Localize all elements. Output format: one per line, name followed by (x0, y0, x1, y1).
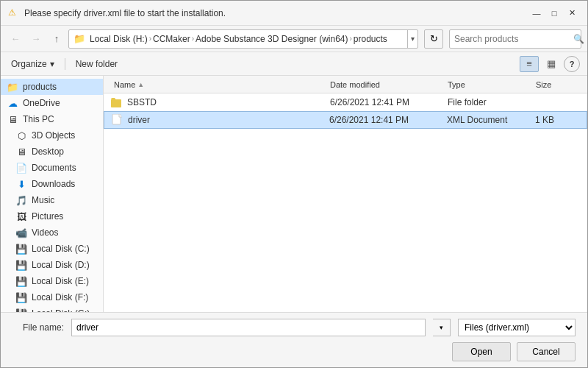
maximize-button[interactable]: □ (546, 5, 562, 21)
back-button[interactable]: ← (7, 30, 24, 48)
toolbar-divider (65, 58, 65, 70)
sidebar-item-label: Local Disk (F:) (32, 292, 88, 302)
toolbar: Organize ▾ New folder ≡ ▦ ? (1, 52, 587, 76)
sidebar-item-local-d[interactable]: 💾 Local Disk (D:) (1, 257, 103, 273)
folder-icon: 📁 (69, 33, 90, 44)
drive-icon: 💾 (15, 259, 27, 271)
desktop-icon: 🖥 (15, 146, 27, 158)
file-cell-name: driver (112, 114, 329, 126)
column-name[interactable]: Name ▲ (111, 80, 330, 89)
folder-icon: 📁 (7, 81, 18, 93)
sidebar-item-label: OneDrive (23, 98, 60, 108)
sidebar-item-downloads[interactable]: ⬇ Downloads (1, 176, 103, 192)
address-bar[interactable]: 📁 Local Disk (H:) › CCMaker › Adobe Subs… (68, 29, 418, 49)
xml-icon (112, 114, 123, 126)
sidebar-item-videos[interactable]: 📹 Videos (1, 224, 103, 241)
up-button[interactable]: ↑ (48, 30, 65, 48)
title-bar: ⚠ Please specify driver.xml file to star… (1, 1, 587, 26)
sidebar-item-label: Desktop (32, 146, 64, 157)
music-icon: 🎵 (15, 194, 27, 206)
sidebar-item-label: 3D Objects (32, 130, 75, 141)
new-folder-button[interactable]: New folder (73, 57, 121, 71)
file-row[interactable]: driver 6/26/2021 12:41 PM XML Document 1… (104, 111, 587, 129)
title-text: Please specify driver.xml file to start … (24, 8, 226, 18)
file-list: SBSTD 6/26/2021 12:41 PM File folder (104, 93, 587, 312)
file-cell-date: 6/26/2021 12:41 PM (330, 97, 448, 107)
column-date[interactable]: Date modified (330, 80, 448, 89)
videos-icon: 📹 (15, 227, 27, 238)
sidebar-item-local-g[interactable]: 💾 Local Disk (G:) (1, 305, 103, 312)
cancel-button[interactable]: Cancel (517, 342, 576, 361)
drive-icon: 💾 (15, 291, 27, 303)
address-chevron[interactable]: ▾ (407, 30, 417, 48)
drive-icon: 💾 (15, 275, 27, 287)
sidebar-item-label: Local Disk (D:) (32, 260, 90, 270)
path-products: › products (348, 34, 387, 44)
path-sep1: › CCMaker (148, 34, 190, 44)
sidebar-item-music[interactable]: 🎵 Music (1, 192, 103, 208)
address-path: Local Disk (H:) › CCMaker › Adobe Substa… (90, 34, 407, 44)
open-button[interactable]: Open (452, 342, 511, 361)
sidebar-item-desktop[interactable]: 🖥 Desktop (1, 144, 103, 160)
organize-button[interactable]: Organize ▾ (8, 57, 57, 71)
sidebar-item-local-f[interactable]: 💾 Local Disk (F:) (1, 289, 103, 305)
sidebar-item-label: Local Disk (C:) (32, 244, 90, 254)
sidebar-item-documents[interactable]: 📄 Documents (1, 160, 103, 176)
file-cell-type: XML Document (447, 115, 535, 125)
new-folder-label: New folder (76, 59, 118, 69)
sidebar-item-pictures[interactable]: 🖼 Pictures (1, 208, 103, 224)
file-cell-name: SBSTD (111, 96, 330, 108)
documents-icon: 📄 (15, 162, 27, 174)
file-row[interactable]: SBSTD 6/26/2021 12:41 PM File folder (104, 93, 587, 111)
file-open-dialog: ⚠ Please specify driver.xml file to star… (0, 0, 588, 368)
sidebar: 📁 products ☁ OneDrive 🖥 This PC ⬡ 3D Obj… (1, 76, 104, 312)
bottom-bar: File name: ▾ Files (driver.xml) Open Can… (1, 312, 587, 367)
filetype-select[interactable]: Files (driver.xml) (458, 319, 576, 336)
file-list-container: Name ▲ Date modified Type Size (104, 76, 587, 312)
file-cell-date: 6/26/2021 12:41 PM (329, 115, 447, 125)
sidebar-item-this-pc[interactable]: 🖥 This PC (1, 111, 103, 127)
sidebar-item-products[interactable]: 📁 products (1, 79, 103, 95)
view-tiles-button[interactable]: ▦ (542, 56, 561, 72)
filename-input[interactable] (71, 319, 426, 336)
window-controls: — □ ✕ (528, 5, 580, 21)
sidebar-item-local-c[interactable]: 💾 Local Disk (C:) (1, 241, 103, 257)
sidebar-item-label: This PC (23, 114, 54, 124)
file-list-header: Name ▲ Date modified Type Size (104, 76, 587, 93)
sidebar-item-label: Music (32, 195, 54, 205)
sidebar-item-3d-objects[interactable]: ⬡ 3D Objects (1, 127, 103, 144)
navigation-bar: ← → ↑ 📁 Local Disk (H:) › CCMaker › Adob… (1, 26, 587, 52)
path-local-disk: Local Disk (H:) (90, 34, 148, 44)
view-list-button[interactable]: ≡ (520, 56, 539, 72)
sidebar-item-label: products (23, 82, 57, 92)
main-content: 📁 products ☁ OneDrive 🖥 This PC ⬡ 3D Obj… (1, 76, 587, 312)
column-type[interactable]: Type (448, 80, 536, 89)
cloud-icon: ☁ (7, 97, 18, 109)
sidebar-item-label: Documents (32, 163, 76, 173)
cube-icon: ⬡ (15, 130, 27, 141)
sidebar-item-onedrive[interactable]: ☁ OneDrive (1, 95, 103, 111)
column-size[interactable]: Size (536, 80, 580, 89)
forward-button[interactable]: → (27, 30, 45, 48)
filename-label: File name: (12, 322, 64, 333)
action-row: Open Cancel (12, 342, 576, 361)
refresh-icon: ↻ (430, 33, 438, 44)
filename-row: File name: ▾ Files (driver.xml) (12, 319, 576, 336)
minimize-button[interactable]: — (528, 5, 545, 21)
filename-dropdown[interactable]: ▾ (433, 319, 451, 336)
view-list-icon: ≡ (526, 58, 532, 69)
help-button[interactable]: ? (564, 56, 580, 72)
view-tiles-icon: ▦ (547, 58, 556, 69)
file-cell-size: 1 KB (535, 115, 579, 125)
path-sep2: › Adobe Substance 3D Designer (win64) (190, 34, 348, 44)
title-bar-left: ⚠ Please specify driver.xml file to star… (8, 7, 226, 19)
folder-icon (111, 96, 123, 108)
svg-rect-0 (111, 99, 121, 107)
toolbar-right: ≡ ▦ ? (520, 56, 580, 72)
close-button[interactable]: ✕ (564, 5, 580, 21)
sidebar-item-label: Pictures (32, 211, 63, 222)
sidebar-item-local-e[interactable]: 💾 Local Disk (E:) (1, 273, 103, 289)
downloads-icon: ⬇ (15, 178, 27, 190)
search-input[interactable] (450, 34, 569, 44)
refresh-button[interactable]: ↻ (424, 29, 443, 49)
